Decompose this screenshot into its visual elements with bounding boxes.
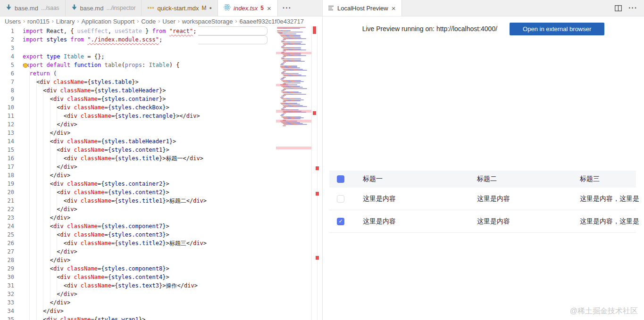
code-line: 16 <div className={styles.title}>标题一</di… — [0, 154, 276, 163]
table-cell: 这里是内容 — [477, 195, 510, 203]
minimap-line — [284, 38, 306, 39]
line-number: 6 — [0, 69, 14, 78]
minimap-line — [280, 115, 284, 116]
breadcrumb-separator: › — [178, 18, 180, 25]
code-editor[interactable]: 1import React, { useEffect, useState } f… — [0, 26, 322, 320]
code-line: 25 <div className={styles.content3}> — [0, 230, 276, 239]
breadcrumb-item[interactable]: ron0115 — [27, 18, 50, 25]
checkbox-cell — [337, 175, 344, 183]
code-line: 31 <div className={styles.text3}>操作</div… — [0, 281, 276, 290]
minimap-line — [284, 61, 305, 62]
line-number: 29 — [0, 264, 14, 273]
breadcrumb-item[interactable]: User — [162, 18, 175, 25]
code-line: 7 <div className={styles.table}> — [0, 78, 276, 86]
code-line: 27 </div> — [0, 247, 276, 256]
line-number: 7 — [0, 78, 14, 86]
check-icon: ✓ — [338, 219, 343, 224]
breadcrumb-item[interactable]: Users — [5, 18, 21, 25]
close-icon[interactable]: × — [267, 4, 272, 12]
table-row[interactable]: 这里是内容这里是内容这里是内容，这里是内容 — [329, 188, 636, 210]
minimap-line — [284, 106, 307, 107]
breadcrumb-item[interactable]: workspaceStorage — [182, 18, 233, 25]
line-number: 17 — [0, 163, 14, 171]
line-number: 5 — [0, 61, 14, 69]
breadcrumb-separator: › — [137, 18, 139, 25]
checkbox-unchecked[interactable] — [337, 195, 344, 203]
minimap-border — [311, 26, 312, 320]
code-text: <div className={styles.table}> — [23, 78, 139, 86]
localhost-url: http://localhost:4000/ — [436, 25, 497, 33]
code-line: 3 — [0, 44, 276, 52]
checkbox-filled[interactable] — [337, 175, 344, 183]
tab-localhost-preview[interactable]: LocalHost Preview × — [323, 0, 402, 16]
code-line: 6 return ( — [0, 69, 276, 78]
table-cell: 这里是内容 — [477, 217, 510, 226]
code-text: export type Itable = {}; — [23, 52, 104, 61]
column-header: 标题三 — [580, 175, 639, 183]
code-text: <div className={styles.title2}>标题三</div> — [23, 239, 207, 247]
line-number: 12 — [0, 120, 14, 129]
line-number: 10 — [0, 103, 14, 112]
tab-quick-start-mdx[interactable]: quick-start.mdxM● — [142, 0, 218, 16]
code-line: 14 <div className={styles.tableHeader1}> — [0, 137, 276, 146]
breadcrumb-item[interactable]: 6aaeef932c1f0e432717 — [239, 18, 304, 25]
minimap-line — [284, 100, 301, 101]
minimap-line — [283, 92, 302, 93]
code-text: <div className={styles.container}> — [23, 95, 166, 103]
code-text: <div className={styles.tableHeader}> — [23, 86, 166, 95]
code-line: 24 <div className={styles.component7}> — [0, 222, 276, 230]
tab-index-tsx[interactable]: index.tsx5× — [218, 0, 278, 16]
table-row[interactable]: 标题一标题二标题三 — [329, 171, 636, 188]
line-number: 34 — [0, 307, 14, 315]
minimap-line — [284, 124, 307, 125]
line-number: 15 — [0, 146, 14, 154]
column-header: 标题二 — [477, 175, 497, 183]
minimap-line — [281, 47, 301, 48]
tab-base-md[interactable]: base.md.../inspector — [66, 0, 142, 16]
dirty-indicator-icon[interactable]: ● — [209, 6, 212, 10]
more-actions-icon[interactable]: ··· — [628, 4, 637, 12]
tab-label: index.tsx — [234, 5, 258, 12]
code-line: 4export type Itable = {}; — [0, 52, 276, 61]
code-text: <div className={styles.title1}>标题二</div> — [23, 197, 207, 205]
tab-label: base.md — [15, 5, 38, 12]
checkbox-checked[interactable]: ✓ — [337, 218, 344, 225]
code-text: <div className={styles.rectangle}></div> — [23, 112, 200, 120]
table-row[interactable]: ✓这里是内容这里是内容这里是内容，这里是内容 — [329, 210, 636, 233]
minimap-line — [277, 28, 300, 29]
more-tabs-icon[interactable]: ··· — [278, 0, 296, 16]
preview-table: 标题一标题二标题三这里是内容这里是内容这里是内容，这里是内容✓这里是内容这里是内… — [329, 171, 636, 233]
code-line: 12 </div> — [0, 120, 276, 129]
minimap-line — [284, 70, 307, 71]
code-text: <div className={styles.container2}> — [23, 180, 169, 188]
code-text: <div className={styles.text3}>操作</div> — [23, 281, 198, 290]
line-number: 35 — [0, 315, 14, 320]
split-editor-icon[interactable] — [615, 5, 622, 11]
code-text: <div className={styles.component8}> — [23, 264, 169, 273]
code-text: <div className={styles.title}>标题一</div> — [23, 154, 203, 163]
line-number: 11 — [0, 112, 14, 120]
breadcrumb-item[interactable]: Library — [56, 18, 75, 25]
lightbulb-icon[interactable] — [23, 63, 28, 68]
code-text: <div className={styles.content2}> — [23, 188, 169, 197]
error-marker — [313, 26, 316, 34]
breadcrumb-item[interactable]: Code — [141, 18, 156, 25]
tab-badge: M — [202, 5, 207, 11]
minimap[interactable] — [276, 27, 311, 320]
minimap-line — [277, 30, 291, 31]
line-number: 28 — [0, 256, 14, 264]
code-text: <div className={styles.checkBox}> — [23, 103, 169, 112]
editor-group-right: LocalHost Preview × ··· Live Preview run… — [322, 0, 644, 320]
line-number: 13 — [0, 129, 14, 137]
breadcrumb-separator: › — [52, 18, 54, 25]
minimap-line — [284, 49, 306, 50]
tab-base-md[interactable]: base.md.../saas — [0, 0, 66, 16]
code-text: return ( — [23, 69, 57, 78]
minimap-line — [284, 94, 306, 95]
code-text: </div> — [23, 256, 70, 264]
breadcrumb-item[interactable]: Application Support — [81, 18, 134, 25]
line-number: 4 — [0, 52, 14, 61]
code-text: <div className={styles.wrap1}> — [23, 315, 145, 320]
open-external-browser-button[interactable]: Open in external browser — [510, 23, 604, 35]
close-icon[interactable]: × — [391, 4, 396, 12]
